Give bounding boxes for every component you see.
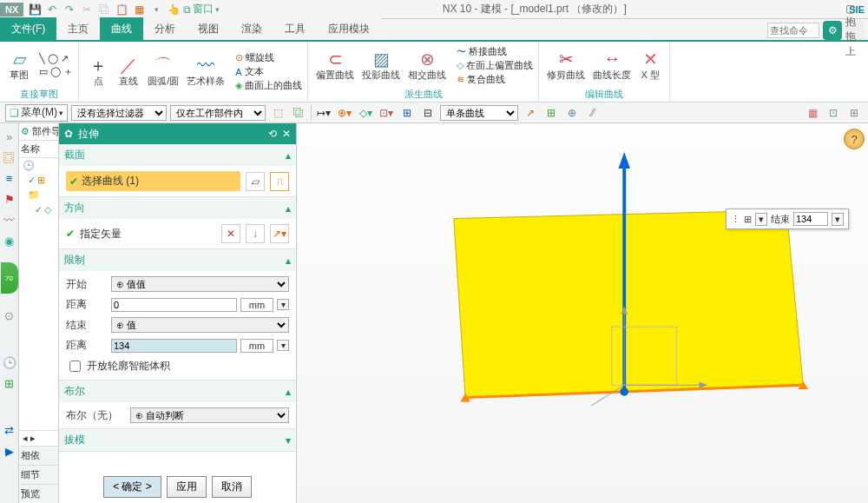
rail-flag-icon[interactable]: ⚑	[2, 191, 17, 207]
sketch-section-icon[interactable]: ▱	[246, 172, 265, 191]
rail-toggle-icon[interactable]: ⇄	[2, 422, 17, 438]
tbtn4[interactable]: ⊕▾	[336, 104, 353, 122]
floating-input[interactable]: ⋮ ⊞ ▾ 结束 ▾	[726, 208, 849, 229]
nav-tab-detail[interactable]: 细节	[19, 465, 58, 484]
line-button[interactable]: ／直线	[115, 55, 142, 89]
start-dist-input[interactable]	[111, 298, 237, 312]
tbtn3[interactable]: ↦▾	[315, 104, 332, 122]
section-boolean-head[interactable]: 布尔▴	[59, 381, 296, 402]
menu-button[interactable]: ❑菜单(M)▾	[5, 104, 68, 122]
graphics-canvas[interactable]: ? ⋮ ⊞ ▾ 结束	[297, 123, 868, 503]
bridge-item[interactable]: 〜桥接曲线	[457, 45, 533, 58]
rail-expand[interactable]: »	[2, 129, 17, 144]
qat-drop[interactable]: ▾	[148, 2, 164, 17]
rail-dial[interactable]: 70	[1, 262, 18, 294]
vector-icon[interactable]: ↓	[246, 224, 265, 243]
selection-filter[interactable]: 没有选择过滤器	[71, 105, 167, 121]
nav-tab-preview[interactable]: 预览	[19, 484, 58, 503]
start-option[interactable]: ⊕ 值值	[111, 276, 289, 292]
gear-icon[interactable]: ⚙	[823, 21, 842, 40]
tbtn7[interactable]: ⊞	[398, 104, 416, 122]
tbtn11[interactable]: ⊕	[563, 104, 581, 122]
rail-circle-icon[interactable]: ◉	[2, 233, 17, 248]
rail-graph-icon[interactable]: 〰	[2, 212, 17, 228]
surface-curve-item[interactable]: ◈曲面上的曲线	[235, 79, 302, 92]
tab-app[interactable]: 应用模块	[317, 17, 381, 40]
cut-icon[interactable]: ✂	[79, 2, 95, 17]
spline-button[interactable]: 〰艺术样条	[184, 55, 227, 89]
boolean-option[interactable]: ⊕ 自动判断	[130, 407, 289, 423]
copy-icon[interactable]: ⿻	[96, 2, 112, 17]
select-curve-row[interactable]: ✔ 选择曲线 (1)	[66, 171, 240, 191]
save-icon[interactable]: 💾	[27, 2, 43, 17]
command-search-input[interactable]	[767, 23, 819, 38]
grid-icon[interactable]: ▦	[131, 2, 147, 17]
ok-button[interactable]: < 确定 >	[103, 476, 161, 498]
composite-item[interactable]: ≋复合曲线	[457, 73, 533, 86]
nav-item2[interactable]: 📁	[19, 188, 58, 202]
dialog-close-icon[interactable]: ✕	[282, 128, 291, 140]
rail-history-icon[interactable]: 🕒	[2, 354, 17, 370]
float-drop1[interactable]: ⋮	[731, 214, 740, 225]
rail-color-icon[interactable]: ⊞	[2, 375, 17, 391]
tab-analysis[interactable]: 分析	[143, 17, 187, 40]
sketch-button[interactable]: ▱ 草图	[5, 49, 33, 83]
tbtn1[interactable]: ⬚	[269, 104, 286, 122]
tbtn9[interactable]: ↗	[522, 104, 539, 122]
section-limits-head[interactable]: 限制▴	[59, 249, 296, 271]
nav-tab-depend[interactable]: 相依	[19, 446, 58, 465]
tab-curve[interactable]: 曲线	[100, 17, 143, 40]
line-tool[interactable]: ╲ ◯ ↗	[39, 53, 73, 64]
helix-item[interactable]: ⊙螺旋线	[235, 51, 302, 64]
nav-scroll[interactable]: ◂ ▸	[19, 430, 58, 446]
tbtn5[interactable]: ◇▾	[357, 104, 374, 122]
tbtn-v1[interactable]: ▦	[804, 104, 821, 122]
face-offset-item[interactable]: ◇在面上偏置曲线	[457, 59, 533, 72]
tab-view[interactable]: 视图	[187, 17, 230, 40]
section-profile-head[interactable]: 截面▴	[59, 144, 296, 166]
nav-item1[interactable]: ✓⊞	[19, 173, 58, 188]
float-drop3[interactable]: ▾	[832, 213, 844, 226]
rect-tool[interactable]: ▭ ◯ ＋	[39, 65, 73, 78]
tbtn8[interactable]: ⊟	[419, 104, 437, 122]
tbtn6[interactable]: ⊡▾	[378, 104, 395, 122]
section-direction-head[interactable]: 方向▴	[59, 197, 296, 219]
paste-icon[interactable]: 📋	[114, 2, 129, 17]
dialog-title-bar[interactable]: ✿ 拉伸 ⟲ ✕	[59, 123, 296, 144]
tbtn-v2[interactable]: ⊡	[825, 104, 842, 122]
scope-filter[interactable]: 仅在工作部件内	[170, 105, 266, 121]
tbtn12[interactable]: ∕∕	[584, 104, 602, 122]
tab-tools[interactable]: 工具	[273, 17, 317, 40]
end-drop[interactable]: ▾	[277, 340, 289, 351]
trim-button[interactable]: ✂修剪曲线	[544, 49, 588, 83]
window-menu[interactable]: ⧉窗口▾	[183, 2, 220, 17]
intersect-button[interactable]: ⊗相交曲线	[405, 49, 449, 83]
project-button[interactable]: ▨投影曲线	[359, 49, 403, 83]
text-item[interactable]: A文本	[235, 65, 302, 78]
rail-pov-icon[interactable]: ⊙	[2, 308, 17, 323]
cancel-button[interactable]: 取消	[212, 476, 252, 498]
vector-auto-icon[interactable]: ↗▾	[270, 224, 289, 243]
arc-button[interactable]: ⌒圆弧/圆	[145, 55, 181, 89]
curve-filter[interactable]: 单条曲线	[440, 105, 518, 121]
rail-arrow-icon[interactable]: ▶	[2, 443, 17, 459]
apply-button[interactable]: 应用	[167, 476, 207, 498]
point-button[interactable]: ＋点	[84, 55, 112, 89]
end-option[interactable]: ⊕ 值	[111, 317, 289, 333]
dialog-restore-icon[interactable]: ⟲	[268, 128, 277, 140]
tab-file[interactable]: 文件(F)	[0, 17, 56, 40]
xtype-button[interactable]: ✕X 型	[636, 49, 664, 83]
section-draft-head[interactable]: 拔模▾	[59, 429, 296, 451]
rail-layer-icon[interactable]: ≡	[2, 170, 17, 186]
tbtn-v3[interactable]: ⊞	[845, 104, 863, 122]
touch-icon[interactable]: 👆	[166, 2, 181, 17]
tab-home[interactable]: 主页	[56, 17, 100, 40]
tbtn2[interactable]: ⿻	[290, 104, 307, 122]
end-dist-input[interactable]	[111, 339, 237, 353]
nav-item3[interactable]: ✓◇	[19, 202, 58, 217]
length-button[interactable]: ↔曲线长度	[590, 49, 634, 83]
tab-render[interactable]: 渲染	[230, 17, 273, 40]
nav-history[interactable]: 🕒	[19, 158, 58, 173]
help-badge-icon[interactable]: ?	[844, 129, 865, 149]
offset-button[interactable]: ⊂偏置曲线	[313, 49, 357, 83]
